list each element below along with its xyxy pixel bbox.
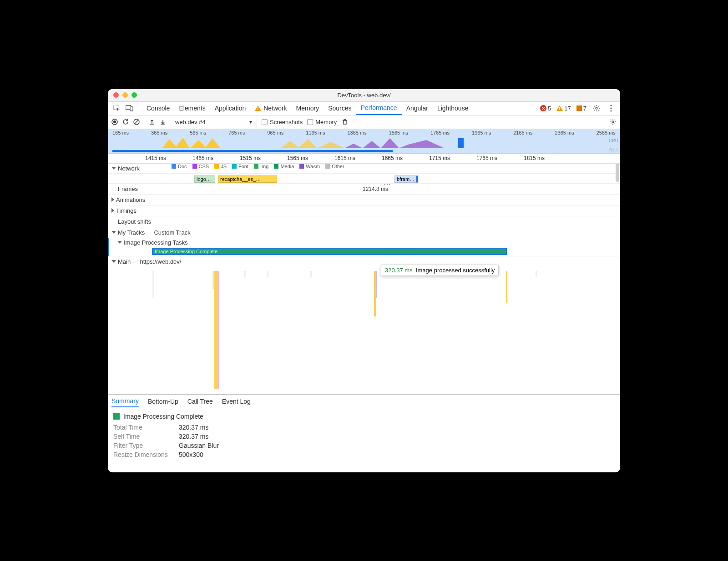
recording-select[interactable]: web.dev #4 ▼ [175, 115, 257, 129]
color-swatch [113, 413, 120, 420]
tab-network[interactable]: Network [250, 101, 291, 115]
network-items-row: logo… recaptcha__es_… bfram… [108, 174, 620, 184]
resize-dim-label: Resize Dimensions [113, 451, 172, 458]
track-mytracks[interactable]: My Tracks — Custom Track [108, 227, 620, 238]
track-layout-shifts[interactable]: Layout shifts [108, 216, 620, 227]
net-item-bfram[interactable]: bfram… [394, 175, 418, 183]
summary-pane: Image Processing Complete Total Time320.… [108, 408, 620, 472]
inspect-icon[interactable] [111, 102, 123, 115]
tab-bottom-up[interactable]: Bottom-Up [148, 396, 178, 407]
clear-button[interactable] [133, 119, 140, 125]
tab-summary[interactable]: Summary [111, 396, 139, 407]
self-time-label: Self Time [113, 433, 172, 440]
svg-point-6 [610, 110, 612, 111]
info-badge[interactable]: 7 [575, 105, 588, 112]
filter-type-value: Gaussian Blur [179, 442, 219, 449]
hover-tooltip: 320.37 ms Image processed successfully [381, 265, 499, 276]
net-item-recaptcha[interactable]: recaptcha__es_… [218, 175, 277, 183]
tab-console[interactable]: Console [142, 101, 174, 115]
svg-rect-2 [130, 107, 133, 111]
track-frames[interactable]: Frames 1214.8 ms⋯ [108, 184, 620, 195]
total-time-label: Total Time [113, 424, 172, 431]
summary-title: Image Processing Complete [113, 413, 615, 420]
flag-icon [576, 105, 582, 111]
status-badges: ✕5 17 7 [538, 102, 617, 115]
record-button[interactable] [111, 119, 118, 125]
performance-toolbar: web.dev #4 ▼ Screenshots Memory [108, 115, 620, 129]
overview-selection[interactable] [112, 150, 393, 152]
overview-cpu-chart [108, 135, 620, 149]
svg-rect-12 [458, 138, 464, 148]
tab-call-tree[interactable]: Call Tree [187, 396, 213, 407]
window-title: DevTools - web.dev/ [108, 92, 620, 99]
self-time-value: 320.37 ms [179, 433, 208, 440]
panel-settings-icon[interactable] [609, 118, 617, 125]
warning-badge[interactable]: 17 [555, 105, 572, 112]
device-toggle-icon[interactable] [123, 102, 136, 115]
svg-point-3 [596, 107, 597, 109]
upload-icon[interactable] [149, 119, 155, 125]
screenshots-checkbox[interactable]: Screenshots [262, 119, 303, 125]
memory-checkbox[interactable]: Memory [307, 119, 337, 125]
download-icon[interactable] [160, 119, 166, 125]
error-badge[interactable]: ✕5 [538, 105, 553, 112]
flame-chart[interactable]: 320.37 ms Image processed successfully [108, 267, 620, 395]
tab-memory[interactable]: Memory [292, 101, 324, 115]
settings-icon[interactable] [590, 102, 603, 115]
main-toolbar: Console Elements Application Network Mem… [108, 102, 620, 115]
time-ruler: 1415 ms1465 ms1515 ms1565 ms1615 ms1665 … [108, 154, 620, 164]
resize-dim-value: 500x300 [179, 451, 203, 458]
track-network[interactable]: Network Doc CSS JS Font Img Media Wasm O… [108, 164, 620, 174]
overview-ticks: 165 ms365 ms565 ms765 ms965 ms1165 ms136… [108, 129, 620, 135]
network-legend: Doc CSS JS Font Img Media Wasm Other [172, 164, 620, 169]
tab-sources[interactable]: Sources [324, 101, 356, 115]
garbage-collect-icon[interactable] [341, 118, 349, 125]
reload-button[interactable] [122, 119, 129, 125]
image-processing-entry-row: Image Processing Complete [108, 247, 620, 256]
tracks-panel: Network Doc CSS JS Font Img Media Wasm O… [108, 164, 620, 395]
devtools-window: DevTools - web.dev/ Console Elements App… [108, 89, 620, 472]
svg-line-10 [135, 120, 138, 124]
track-image-processing[interactable]: Image Processing Tasks [108, 238, 620, 247]
svg-point-4 [610, 105, 612, 106]
details-tabs: Summary Bottom-Up Call Tree Event Log [108, 395, 620, 408]
tab-performance[interactable]: Performance [356, 101, 402, 115]
warning-icon [255, 105, 261, 111]
svg-point-11 [612, 121, 614, 123]
tab-application[interactable]: Application [210, 101, 251, 115]
track-main[interactable]: Main — https://web.dev/ [108, 256, 620, 267]
track-animations[interactable]: Animations [108, 195, 620, 205]
track-timings[interactable]: Timings [108, 205, 620, 216]
warning-icon [556, 105, 563, 111]
overview-minimap[interactable]: 165 ms365 ms565 ms765 ms965 ms1165 ms136… [108, 129, 620, 154]
svg-point-5 [610, 107, 612, 109]
tab-elements[interactable]: Elements [174, 101, 210, 115]
svg-point-8 [113, 120, 116, 123]
titlebar: DevTools - web.dev/ [108, 89, 620, 102]
tab-event-log[interactable]: Event Log [222, 396, 251, 407]
net-item-logo[interactable]: logo… [194, 175, 215, 183]
image-processing-complete-block[interactable]: Image Processing Complete [152, 248, 507, 255]
tab-angular[interactable]: Angular [402, 101, 433, 115]
total-time-value: 320.37 ms [179, 424, 208, 431]
filter-type-label: Filter Type [113, 442, 172, 449]
tab-lighthouse[interactable]: Lighthouse [433, 101, 473, 115]
more-icon[interactable] [605, 102, 617, 115]
